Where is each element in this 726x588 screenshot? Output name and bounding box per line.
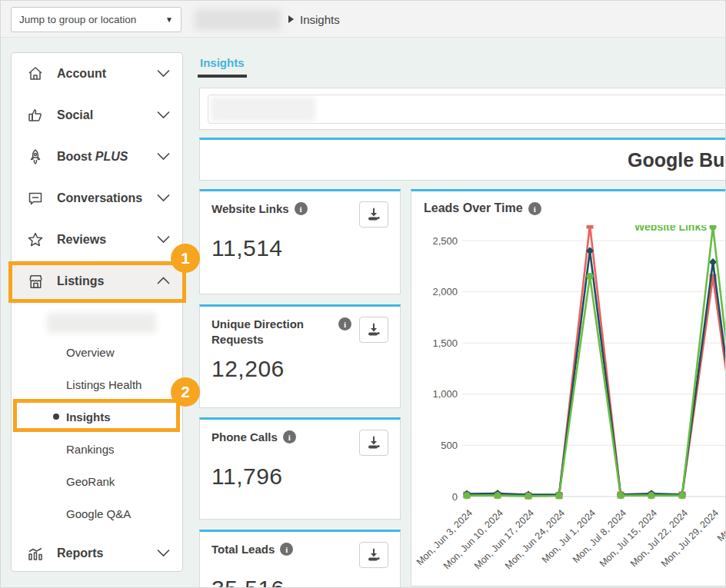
data-point-marker[interactable] (587, 225, 594, 229)
dropdown-caret-icon: ▼ (165, 15, 173, 24)
card-value: 35,516 (211, 576, 388, 588)
download-icon (366, 323, 381, 337)
chart-line-website-links (467, 227, 726, 496)
download-button[interactable] (359, 430, 388, 456)
download-icon (366, 208, 381, 221)
stat-card-total-leads: Total Leads i 35,516 (199, 530, 401, 588)
download-icon (366, 548, 381, 562)
bar-chart-icon (25, 543, 45, 563)
y-axis-tick-label: 0 (452, 491, 458, 503)
info-icon[interactable]: i (338, 317, 351, 331)
info-icon[interactable]: i (280, 543, 293, 556)
home-icon (25, 64, 45, 84)
chevron-down-icon (157, 108, 170, 122)
redacted-location-name (195, 9, 281, 30)
x-axis-tick-label: Mon, Jul 8, 2024 (571, 507, 628, 565)
data-point-marker[interactable] (525, 493, 531, 500)
card-title: Phone Calls (211, 430, 278, 445)
submenu-item-overview[interactable]: Overview (12, 336, 182, 368)
chevron-down-icon (157, 191, 170, 205)
data-point-marker[interactable] (555, 492, 562, 499)
download-button[interactable] (359, 201, 388, 228)
chevron-down-icon (157, 67, 170, 81)
breadcrumb-current: Insights (300, 13, 340, 26)
jump-dropdown-label: Jump to group or location (19, 14, 165, 25)
data-point-marker[interactable] (617, 492, 624, 499)
chevron-down-icon (157, 233, 170, 247)
data-point-marker[interactable] (494, 492, 501, 499)
sidebar-item-listings[interactable]: Listings (12, 261, 182, 302)
storefront-icon (25, 271, 45, 291)
chevron-up-icon (157, 274, 170, 288)
x-axis-tick-label: Mon, Jul 29, 2024 (659, 507, 721, 569)
sidebar-item-label: Reviews (57, 233, 145, 247)
submenu-item-rankings[interactable]: Rankings (12, 433, 182, 465)
location-selector-panel (199, 88, 726, 130)
sidebar-nav: Account Social Boost PLUS Conversations (11, 52, 183, 572)
leads-over-time-chart[interactable]: 05001,0001,5002,0002,500Mon, Jun 3, 2024… (411, 225, 726, 588)
google-business-header-panel: Google Bus (199, 138, 726, 181)
x-axis-tick-label: Mon, Jun 3, 2024 (415, 507, 475, 567)
data-point-marker[interactable] (463, 492, 470, 499)
y-axis-tick-label: 2,000 (432, 286, 458, 297)
x-axis-tick-label: Mon, Jul 1, 2024 (540, 507, 598, 565)
redacted-submenu-item (47, 313, 156, 333)
submenu-item-insights[interactable]: Insights (12, 400, 182, 433)
info-icon[interactable]: i (528, 202, 541, 215)
y-axis-tick-label: 2,500 (432, 235, 458, 247)
submenu-item-georank[interactable]: GeoRank (12, 465, 182, 497)
x-axis-tick-label: Mon, Jul 15, 2024 (598, 507, 659, 569)
chat-bubble-icon (25, 188, 45, 208)
x-axis-tick-label: Mon, Jul 22, 2024 (628, 507, 690, 569)
download-button[interactable] (359, 542, 388, 568)
sidebar-item-label: Social (57, 108, 145, 122)
sidebar-item-label: Boost PLUS (57, 150, 145, 164)
data-point-marker[interactable] (678, 492, 685, 499)
stat-card-phone-calls: Phone Calls i 11,796 (199, 417, 401, 520)
chart-title: Leads Over Time (424, 201, 523, 215)
sidebar-item-label: Reports (57, 546, 145, 560)
thumbs-up-icon (25, 105, 45, 125)
card-value: 11,514 (211, 235, 388, 261)
download-button[interactable] (359, 317, 388, 343)
active-item-dot (53, 414, 59, 420)
location-selector-input[interactable] (208, 95, 726, 124)
y-axis-tick-label: 1,500 (432, 337, 458, 349)
data-point-marker[interactable] (648, 492, 654, 499)
info-icon[interactable]: i (283, 430, 296, 443)
download-icon (366, 436, 381, 450)
card-title: Website Links (211, 201, 289, 217)
sidebar-item-boost-plus[interactable]: Boost PLUS (12, 136, 182, 178)
data-point-marker[interactable] (709, 225, 716, 231)
card-title: Unique Direction Requests (211, 317, 333, 348)
rocket-icon (25, 147, 45, 167)
chevron-down-icon (157, 546, 170, 560)
sidebar-item-reports[interactable]: Reports (12, 533, 182, 574)
sidebar-item-reviews[interactable]: Reviews (12, 219, 182, 261)
chevron-down-icon (157, 150, 170, 164)
sidebar-item-account[interactable]: Account (12, 53, 182, 95)
y-axis-tick-label: 500 (441, 440, 458, 451)
jump-to-group-dropdown[interactable]: Jump to group or location ▼ (11, 7, 182, 32)
tab-insights[interactable]: Insights (198, 56, 247, 78)
submenu-item-listings-health[interactable]: Listings Health (12, 368, 182, 400)
info-icon[interactable]: i (295, 202, 308, 215)
series-label: Website Links (634, 225, 707, 233)
listings-submenu: Overview Listings Health Insights Rankin… (12, 302, 182, 530)
data-point-marker[interactable] (586, 273, 593, 280)
y-axis-tick-label: 1,000 (432, 388, 458, 400)
stat-card-unique-direction-requests: Unique Direction Requests i 12,206 (199, 304, 401, 408)
star-icon (25, 230, 45, 250)
sidebar-item-conversations[interactable]: Conversations (12, 178, 182, 219)
top-bar: Jump to group or location ▼ Insights (1, 1, 726, 38)
sidebar-item-label: Account (57, 67, 145, 81)
stat-card-website-links: Website Links i 11,514 (199, 189, 401, 294)
sidebar-item-social[interactable]: Social (12, 95, 182, 136)
card-title: Total Leads (211, 542, 275, 557)
breadcrumb: Insights (288, 1, 340, 38)
leads-over-time-panel: Leads Over Time i 05001,0001,5002,0002,5… (411, 189, 726, 586)
app-window: Jump to group or location ▼ Insights Acc… (0, 0, 726, 588)
card-value: 12,206 (211, 356, 388, 382)
submenu-item-google-qa[interactable]: Google Q&A (12, 497, 182, 530)
redacted-location-value (211, 97, 315, 121)
